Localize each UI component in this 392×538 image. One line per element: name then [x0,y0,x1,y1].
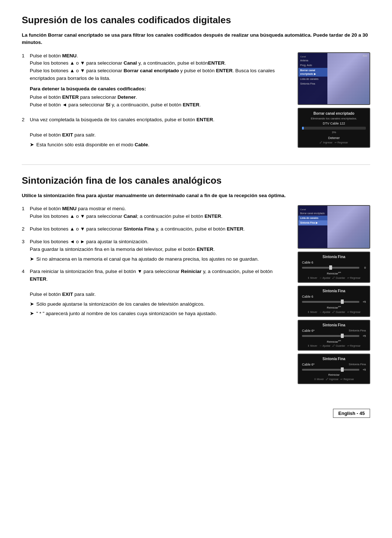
tv-finetune-2-btn: Reiniciarsm [302,305,366,309]
tv-finetune-3-title: Sintonía Fina [302,323,366,327]
tv-menu-item-5: Sintonía Fina [298,81,327,86]
tv-finetune-1: Sintonía Fina Cable 6 0 Reiniciarsm ⇕ Mo… [298,252,370,283]
tv-finetune-3-nav: ⇕ Mover ↔ Ajustar 🖊 Guardar ↩ Regresar [302,345,366,347]
section1-steps: 1 Pulse el botón MENU. Pulse los botones… [22,52,290,148]
tv-slider-4-track [302,369,359,371]
s2-step-4: 4 Para reiniciar la sintonización fina, … [22,268,290,317]
page-footer: English - 45 [333,409,370,418]
finetune-1-ch-label: Cable 6 [302,261,313,264]
step-1: 1 Pulse el botón MENU. Pulse los botones… [22,52,290,111]
tv-slider-1-value: 0 [361,266,366,269]
section2-text-col: 1 Pulse el botón MENU para mostrar el me… [22,205,290,387]
tv-slider-1-track [302,267,359,269]
tv-progress-btn: Detener [302,136,366,140]
s2-step-3: 3 Pulse los botones ◄ o ► para ajustar l… [22,238,290,263]
tv-progress-pct: 3% [302,131,366,134]
step-2: 2 Una vez completada la búsqueda de los … [22,116,290,148]
tv-progress-bar-fill [302,127,304,130]
tv-screen-s2-menu: Canal Borrar canal encriptado Lista de c… [298,205,370,249]
section2-intro: Utilice la sintonización fina para ajust… [22,192,370,199]
tv-slider-1-thumb [329,265,332,270]
finetune-4-ch-label: Cable 6* [302,363,315,366]
tv-slider-2-track [302,301,359,303]
step-1-num: 1 [22,52,27,111]
tv-menu-label: Canal [298,55,327,58]
section2-title: Sintonización fina de los canales analóg… [22,175,370,186]
tv-finetune-4-channel: Cable 6* Sintonía Fina [302,363,366,366]
tv-menu-item-2: Prog. Auto [298,63,327,68]
tv-slider-3-value: +5 [361,334,366,338]
tv-finetune-4-btn: Reiniciar [302,373,366,376]
section1-intro: La función Borrar canal encriptado se us… [22,32,370,46]
s2-step-2: 2 Pulse los botones ▲ o ▼ para seleccion… [22,225,290,233]
tv-slider-3-track [302,335,359,337]
arrow-sym-4: ➤ [30,310,34,317]
tv-finetune-3: Sintonía Fina Cable 6* Sintonía Fina +5 … [298,320,370,351]
tv-slider-2-thumb [341,299,344,304]
tv-finetune-3-channel: Cable 6* Sintonía Fina [302,329,366,333]
s2-arrow-note-1: Si no almacena en la memoria el canal qu… [36,256,259,263]
section2-content: 1 Pulse el botón MENU para mostrar el me… [22,205,370,387]
arrow-note-text: Esta función sólo está disponible en el … [36,141,149,148]
step-1-body: Pulse el botón MENU. Pulse los botones ▲… [30,52,290,111]
tv-menu-s2: Canal Borrar canal encriptado Lista de c… [298,206,327,249]
tv-progress-channel: DTV Cable 122 [302,122,366,125]
tv-slider-2: +5 [302,300,366,303]
tv-progress-screen: Borrar canal encriptado Eliminando los c… [298,108,370,148]
tv-finetune-1-nav: ⇕ Mover ↔ Ajustar 🖊 Guardar ↩ Regresar [302,277,366,280]
section2-steps: 1 Pulse el botón MENU para mostrar el me… [22,205,290,317]
tv-menu-item-1: Antena [298,58,327,63]
finetune-3-ch-right: Sintonía Fina [349,329,366,333]
s2-step-4-body: Para reiniciar la sintonización fina, pu… [30,268,290,317]
tv-finetune-2-channel: Cable 6 [302,295,366,298]
s2-step-3-body: Pulse los botones ◄ o ► para ajustar la … [30,238,290,263]
tv-menu-s2-label: Canal [298,208,327,211]
step-2-body: Una vez completada la búsqueda de los ca… [30,116,290,148]
finetune-3-ch-label: Cable 6* [302,329,315,333]
s2-step-1-num: 1 [22,205,27,220]
finetune-2-ch-label: Cable 6 [302,295,313,298]
tv-screen-inner-1: Canal Antena Prog. Auto Borrar canal enc… [298,53,369,104]
tv-finetune-2-nav: ⇕ Mover ↔ Ajustar 🖊 Guardar ↩ Regresar [302,311,366,314]
tv-slider-1: 0 [302,266,366,269]
tv-progress-title: Borrar canal encriptado [302,111,366,115]
section2-images: Canal Borrar canal encriptado Lista de c… [298,205,370,387]
finetune-4-ch-right: Sintonía Fina [349,363,366,366]
tv-slider-3-thumb [341,334,344,338]
tv-menu-1: Canal Antena Prog. Auto Borrar canal enc… [298,53,327,104]
section1-title: Supresión de los canales codificados dig… [22,15,370,26]
s2-step-2-body: Pulse los botones ▲ o ▼ para seleccionar… [30,225,290,233]
tv-screen-1: Canal Antena Prog. Auto Borrar canal enc… [298,52,370,105]
s2-step-2-num: 2 [22,225,27,233]
footer-container: English - 45 [22,398,370,418]
s2-step-1: 1 Pulse el botón MENU para mostrar el me… [22,205,290,220]
tv-finetune-1-title: Sintonía Fina [302,255,366,259]
arrow-sym-2: ➤ [30,256,34,263]
tv-finetune-2-title: Sintonía Fina [302,289,366,293]
step-1-subnote: Para detener la búsqueda de canales codi… [30,85,290,109]
s2-step-3-arrow: ➤ Si no almacena en la memoria el canal … [30,256,290,263]
tv-finetune-4-nav: ⇕ Mover 🖊 Ingresar ↩ Regresar [302,378,366,381]
tv-progress-nav: 🖊 Ingresar ↩ Regresar [302,141,366,144]
tv-menu-s2-item-3: Sintonía Fina ▶ [298,220,327,225]
tv-menu-item-4: Lista de canales [298,77,327,82]
tv-finetune-4-title: Sintonía Fina [302,357,366,361]
tv-slider-4-value: +5 [361,368,366,371]
s2-step-4-arrow-2: ➤ " * " aparecerá junto al nombre de los… [30,310,290,317]
tv-menu-item-3: Borrar canal encriptado ▶ [298,68,327,77]
arrow-sym-1: ➤ [30,141,34,148]
tv-slider-4: +5 [302,368,366,371]
tv-menu-s2-item-2: Lista de canales [298,216,327,220]
section1-images: Canal Antena Prog. Auto Borrar canal enc… [298,52,370,154]
section1-text-col: 1 Pulse el botón MENU. Pulse los botones… [22,52,290,154]
s2-step-3-num: 3 [22,238,27,263]
tv-finetune-1-btn: Reiniciarsm [302,271,366,275]
step-2-num: 2 [22,116,27,148]
section-divider [22,164,370,165]
tv-finetune-1-channel: Cable 6 [302,261,366,264]
tv-slider-4-thumb [341,367,344,372]
tv-menu-s2-item-1: Borrar canal encriptado [298,211,327,216]
tv-finetune-3-btn: Reiniciarsm [302,339,366,343]
subnote-title: Para detener la búsqueda de canales codi… [30,85,290,93]
s2-step-4-arrow-1: ➤ Sólo puede ajustarse la sintonización … [30,301,290,308]
